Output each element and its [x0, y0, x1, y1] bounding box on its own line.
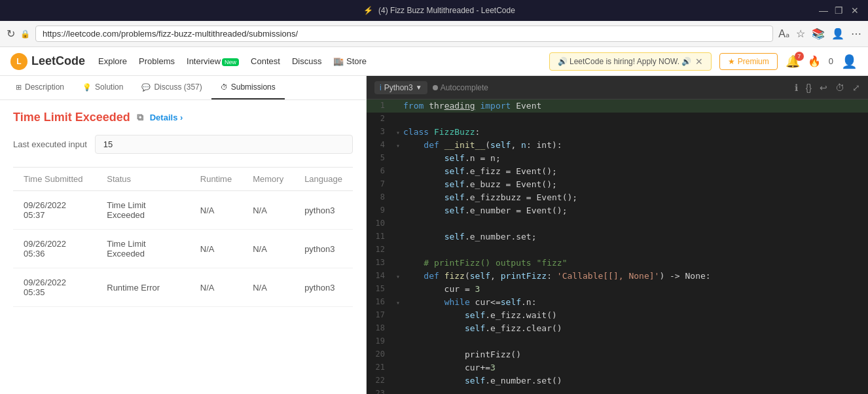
format-icon[interactable]: {} [806, 82, 812, 93]
info-icon[interactable]: ℹ [795, 82, 798, 93]
addressbar: ↻ 🔒 https://leetcode.com/problems/fizz-b… [0, 21, 868, 47]
cell-time: 09/26/2022 05:37 [13, 191, 96, 230]
details-link[interactable]: Details › [150, 113, 183, 122]
tab-discuss[interactable]: 💬 Discuss (357) [132, 76, 211, 99]
notification-bell[interactable]: 🔔 7 [786, 54, 800, 69]
tab-solution[interactable]: 💡 Solution [73, 76, 132, 99]
undo-icon[interactable]: ↩ [820, 82, 827, 93]
hiring-banner: 🔊 LeetCode is hiring! Apply NOW. 🔊 ✕ [549, 52, 712, 71]
description-icon: ⊞ [16, 83, 22, 92]
cell-status[interactable]: Time Limit Exceeded [96, 230, 190, 268]
table-row[interactable]: 09/26/2022 05:35 Runtime Error N/A N/A p… [13, 268, 353, 307]
titlebar: ⚡ (4) Fizz Buzz Multithreaded - LeetCode… [0, 0, 868, 21]
nav-store[interactable]: 🏬 Store [333, 56, 367, 66]
table-row[interactable]: 09/26/2022 05:36 Time Limit Exceeded N/A… [13, 230, 353, 268]
premium-button[interactable]: ★ Premium [719, 53, 777, 70]
expand-icon[interactable]: ⤢ [852, 82, 860, 93]
titlebar-title: (4) Fizz Buzz Multithreaded - LeetCode [378, 6, 515, 15]
col-memory: Memory [242, 168, 294, 191]
col-runtime: Runtime [190, 168, 242, 191]
code-line-7: 7 self.e_buzz = Event(); [367, 178, 868, 191]
cell-time: 09/26/2022 05:35 [13, 268, 96, 307]
lc-icon: L [10, 53, 27, 70]
col-time-submitted: Time Submitted [13, 168, 96, 191]
nav-explore[interactable]: Explore [98, 56, 127, 66]
col-status: Status [96, 168, 190, 191]
last-input-row: Last executed input 15 [13, 135, 353, 154]
tab-submissions-label: Submissions [231, 82, 276, 92]
last-input-value: 15 [95, 135, 353, 154]
user-avatar[interactable]: 👤 [841, 54, 858, 69]
solution-icon: 💡 [82, 83, 92, 92]
translate-icon[interactable]: Aₐ [778, 27, 789, 40]
nav-discuss[interactable]: Discuss [292, 56, 322, 66]
new-badge: New [222, 58, 239, 66]
fire-icon[interactable]: 🔥 [808, 55, 821, 67]
code-line-6: 6 self.e_fizz = Event(); [367, 165, 868, 178]
titlebar-center: ⚡ (4) Fizz Buzz Multithreaded - LeetCode [363, 6, 515, 15]
nav-interview[interactable]: InterviewNew [187, 56, 239, 66]
tab-submissions[interactable]: ⏱ Submissions [211, 76, 285, 99]
settings-icon[interactable]: ⋯ [851, 27, 861, 40]
lang-label: Python3 [384, 83, 413, 92]
refresh-button[interactable]: ↻ [7, 27, 15, 40]
cell-runtime: N/A [190, 230, 242, 268]
notification-count: 7 [795, 52, 804, 61]
maximize-button[interactable]: ❐ [834, 5, 844, 16]
code-line-22: 22 self.e_number.set() [367, 374, 868, 387]
main-container: ⊞ Description 💡 Solution 💬 Discuss (357)… [0, 76, 868, 394]
code-line-15: 15 cur = 3 [367, 283, 868, 296]
cell-time: 09/26/2022 05:36 [13, 230, 96, 268]
url-input[interactable]: https://leetcode.com/problems/fizz-buzz-… [35, 26, 773, 42]
right-panel: i Python3 ▼ Autocomplete ℹ {} ↩ ⏱ ⤢ 1 fr… [367, 76, 868, 394]
close-button[interactable]: ✕ [850, 5, 860, 16]
code-line-14: 14 ▾ def fizz(self, printFizz: 'Callable… [367, 270, 868, 283]
cell-language: python3 [294, 191, 353, 230]
left-panel: ⊞ Description 💡 Solution 💬 Discuss (357)… [0, 76, 367, 394]
code-line-10: 10 [367, 217, 868, 230]
result-area: Time Limit Exceeded ⧉ Details › Last exe… [0, 100, 366, 317]
cell-status[interactable]: Runtime Error [96, 268, 190, 307]
store-icon: 🏬 [333, 56, 344, 66]
code-line-20: 20 printFizz() [367, 348, 868, 361]
tab-description[interactable]: ⊞ Description [7, 76, 73, 99]
result-title-text: Time Limit Exceeded [13, 111, 130, 124]
favorites-icon[interactable]: 📚 [812, 27, 825, 40]
minimize-button[interactable]: — [818, 5, 829, 16]
editor-toolbar-right: ℹ {} ↩ ⏱ ⤢ [795, 82, 860, 93]
cell-memory: N/A [242, 268, 294, 307]
logo[interactable]: L LeetCode [10, 53, 85, 70]
titlebar-controls[interactable]: — ❐ ✕ [818, 5, 860, 16]
settings-icon[interactable]: ⏱ [835, 82, 844, 93]
cell-runtime: N/A [190, 268, 242, 307]
navbar-links: Explore Problems InterviewNew Contest Di… [98, 56, 536, 66]
autocomplete-label: Autocomplete [441, 83, 488, 92]
lang-dropdown-icon: ▼ [416, 84, 422, 91]
logo-text: LeetCode [31, 54, 85, 68]
code-line-18: 18 self.e_fizz.clear() [367, 322, 868, 335]
nav-contest[interactable]: Contest [251, 56, 280, 66]
nav-problems[interactable]: Problems [139, 56, 175, 66]
star-icon[interactable]: ☆ [796, 27, 805, 40]
lang-indicator: i [380, 83, 382, 92]
code-line-12: 12 [367, 243, 868, 257]
fire-count: 0 [829, 56, 833, 66]
profile-icon[interactable]: 👤 [831, 27, 844, 40]
addressbar-actions: Aₐ ☆ 📚 👤 ⋯ [778, 27, 861, 40]
cell-memory: N/A [242, 230, 294, 268]
hiring-close-button[interactable]: ✕ [695, 56, 703, 67]
submissions-table: Time Submitted Status Runtime Memory Lan… [13, 167, 353, 307]
hiring-text: 🔊 LeetCode is hiring! Apply NOW. 🔊 [558, 57, 692, 66]
code-editor[interactable]: 1 from threading import Event 2 3 ▾ clas… [367, 99, 868, 394]
code-line-21: 21 cur+=3 [367, 361, 868, 374]
copy-icon[interactable]: ⧉ [137, 112, 143, 123]
table-row[interactable]: 09/26/2022 05:37 Time Limit Exceeded N/A… [13, 191, 353, 230]
submissions-icon: ⏱ [221, 83, 228, 91]
editor-toolbar: i Python3 ▼ Autocomplete ℹ {} ↩ ⏱ ⤢ [367, 76, 868, 99]
language-selector[interactable]: i Python3 ▼ [374, 81, 427, 94]
code-line-2: 2 [367, 113, 868, 126]
cell-status[interactable]: Time Limit Exceeded [96, 191, 190, 230]
tab-discuss-label: Discuss (357) [154, 82, 202, 92]
autocomplete-toggle[interactable]: Autocomplete [433, 83, 488, 92]
code-line-23: 23 [367, 387, 868, 394]
